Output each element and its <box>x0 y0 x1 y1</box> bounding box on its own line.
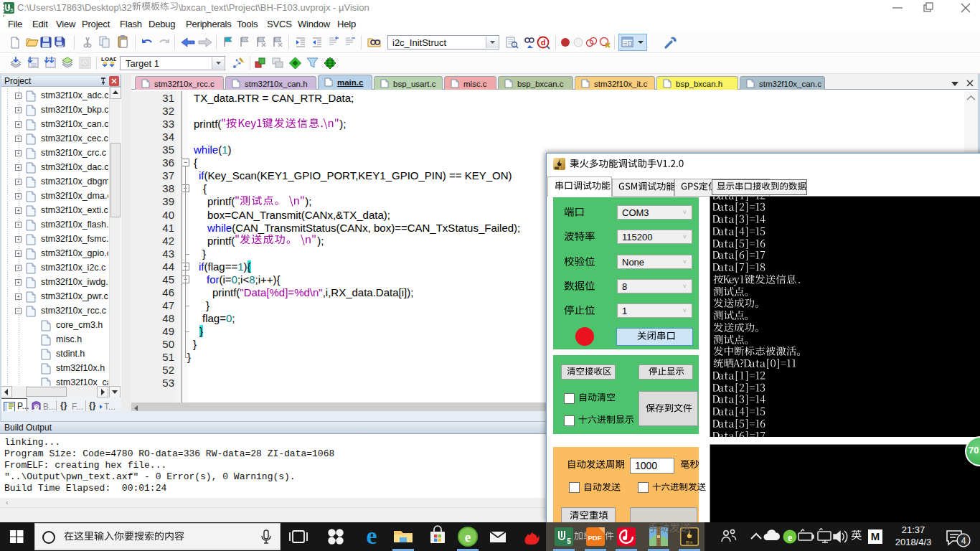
svg-text:LOAD: LOAD <box>101 56 116 62</box>
svg-text:d: d <box>541 38 546 47</box>
svg-text:5: 5 <box>567 537 571 545</box>
svg-text:5: 5 <box>11 8 14 13</box>
svg-text:e: e <box>465 529 471 545</box>
svg-text:PDF: PDF <box>588 534 602 542</box>
svg-text:?: ? <box>35 404 39 410</box>
svg-text:4: 4 <box>961 536 966 546</box>
svg-text:e: e <box>788 532 792 543</box>
svg-text:野火: 野火 <box>686 540 693 545</box>
